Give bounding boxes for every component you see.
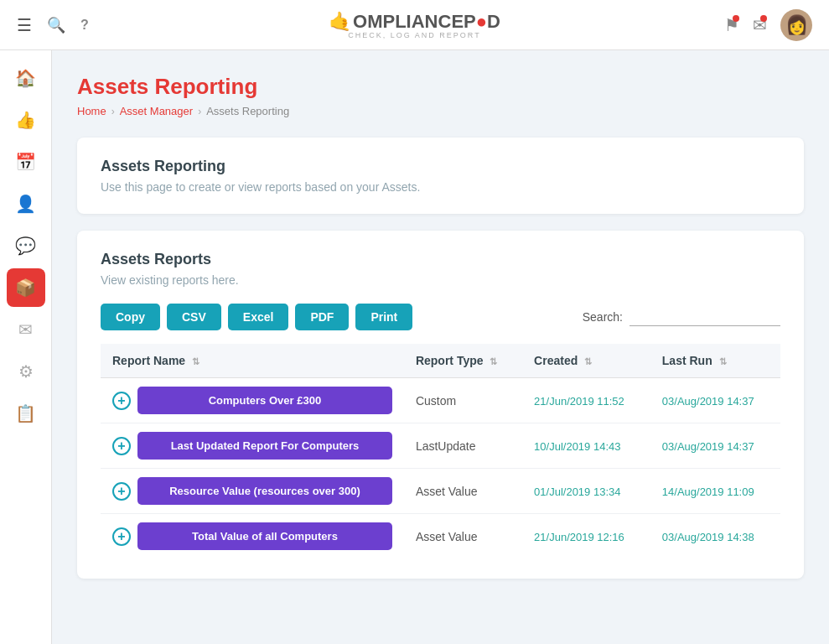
logo-hand-icon: 🤙 [329, 11, 351, 33]
hamburger-icon[interactable]: ☰ [17, 15, 32, 35]
pdf-button[interactable]: PDF [295, 304, 349, 330]
report-type-cell: Custom [404, 378, 522, 423]
table-section: Copy CSV Excel PDF Print Search: Report … [101, 304, 780, 558]
search-label: Search: [583, 310, 623, 324]
sidebar-item-like[interactable]: 👍 [7, 101, 45, 139]
expand-icon[interactable]: + [112, 482, 131, 501]
reports-table: Report Name ⇅ Report Type ⇅ Created ⇅ [101, 344, 780, 558]
report-type-value: Asset Value [416, 530, 478, 543]
reports-card: Assets Reports View existing reports her… [77, 231, 804, 579]
excel-button[interactable]: Excel [228, 304, 289, 330]
created-value: 10/Jul/2019 14:43 [534, 440, 620, 453]
user-avatar[interactable]: 👩 [780, 9, 812, 41]
report-type-cell: Asset Value [404, 469, 522, 514]
expand-icon[interactable]: + [112, 437, 131, 455]
page-title: Assets Reporting [77, 74, 804, 100]
sidebar-item-mail[interactable]: ✉ [7, 310, 45, 349]
search-area: Search: [583, 309, 780, 326]
created-cell: 10/Jul/2019 14:43 [522, 423, 650, 469]
sidebar-item-settings[interactable]: ⚙ [7, 352, 45, 391]
table-row: + Computers Over £300 Custom21/Jun/2019 … [101, 378, 780, 423]
sidebar-item-assets[interactable]: 📦 [7, 268, 45, 307]
reports-card-subtitle: View existing reports here. [101, 273, 780, 287]
sidebar-item-calendar[interactable]: 📅 [7, 143, 45, 181]
sort-arrows-created: ⇅ [584, 356, 592, 366]
table-header-row: Report Name ⇅ Report Type ⇅ Created ⇅ [101, 344, 780, 378]
lastrun-value: 03/Aug/2019 14:38 [662, 531, 754, 543]
sidebar: 🏠 👍 📅 👤 💬 📦 ✉ ⚙ 📋 [0, 50, 52, 644]
col-last-run: Last Run ⇅ [650, 344, 780, 378]
expand-icon[interactable]: + [112, 527, 131, 546]
lastrun-value: 03/Aug/2019 14:37 [662, 440, 754, 453]
col-report-name: Report Name ⇅ [101, 344, 404, 378]
logo-d: D [487, 11, 500, 33]
logo-p: P [464, 11, 476, 33]
logo-o: ● [476, 11, 487, 33]
created-cell: 21/Jun/2019 12:16 [522, 514, 650, 559]
sidebar-item-home[interactable]: 🏠 [7, 59, 45, 97]
app-logo: 🤙 OMPLIANCE P ● D CHECK, LOG AND REPORT [329, 11, 500, 39]
breadcrumb-chevron-1: › [111, 106, 115, 117]
print-button[interactable]: Print [355, 304, 412, 330]
search-input[interactable] [630, 309, 780, 326]
table-row: + Total Value of all Computers Asset Val… [101, 514, 780, 559]
table-row: + Resource Value (resources over 300) As… [101, 469, 780, 514]
report-type-value: Custom [416, 394, 456, 408]
report-name-button[interactable]: Total Value of all Computers [137, 522, 392, 550]
info-card-title: Assets Reporting [101, 158, 780, 175]
flag-icon[interactable]: ⚑ [724, 15, 739, 35]
sort-arrows-lastrun: ⇅ [719, 356, 727, 366]
breadcrumb-home[interactable]: Home [77, 105, 106, 117]
table-body: + Computers Over £300 Custom21/Jun/2019 … [101, 378, 780, 559]
lastrun-value: 03/Aug/2019 14:37 [662, 395, 754, 408]
sidebar-item-users[interactable]: 👤 [7, 184, 45, 223]
sort-arrows-type: ⇅ [490, 356, 497, 366]
copy-button[interactable]: Copy [101, 304, 160, 330]
report-type-value: Asset Value [416, 485, 478, 498]
created-value: 01/Jul/2019 13:34 [534, 486, 620, 498]
top-nav: ☰ 🔍 ? 🤙 OMPLIANCE P ● D CHECK, LOG AND R… [0, 0, 829, 50]
lastrun-value: 14/Aug/2019 11:09 [662, 486, 754, 498]
mail-icon[interactable]: ✉ [753, 15, 767, 35]
created-cell: 21/Jun/2019 11:52 [522, 378, 650, 423]
info-card-subtitle: Use this page to create or view reports … [101, 180, 780, 194]
csv-button[interactable]: CSV [167, 304, 221, 330]
lastrun-cell: 03/Aug/2019 14:38 [650, 514, 780, 559]
reports-card-title: Assets Reports [101, 251, 780, 268]
breadcrumb-asset-manager[interactable]: Asset Manager [120, 105, 193, 117]
table-row: + Last Updated Report For Computers Last… [101, 423, 780, 469]
lastrun-cell: 03/Aug/2019 14:37 [650, 378, 780, 423]
table-header: Report Name ⇅ Report Type ⇅ Created ⇅ [101, 344, 780, 378]
created-value: 21/Jun/2019 12:16 [534, 531, 624, 543]
sort-arrows-name: ⇅ [192, 356, 199, 366]
lastrun-cell: 03/Aug/2019 14:37 [650, 423, 780, 469]
col-created: Created ⇅ [522, 344, 650, 378]
sidebar-item-messages[interactable]: 💬 [7, 226, 45, 265]
main-content: Assets Reporting Home › Asset Manager › … [52, 50, 829, 644]
logo-tagline: CHECK, LOG AND REPORT [329, 31, 500, 39]
breadcrumb-chevron-2: › [198, 106, 201, 117]
report-type-value: LastUpdate [416, 439, 476, 453]
report-type-cell: Asset Value [404, 514, 522, 559]
col-report-type: Report Type ⇅ [404, 344, 522, 378]
search-icon[interactable]: 🔍 [47, 16, 65, 34]
help-icon[interactable]: ? [80, 18, 89, 33]
report-name-cell: + Computers Over £300 [101, 378, 404, 423]
report-name-cell: + Last Updated Report For Computers [101, 423, 404, 469]
logo-compliance: OMPLIANCE [353, 11, 464, 33]
info-card: Assets Reporting Use this page to create… [77, 138, 804, 214]
sidebar-item-reports[interactable]: 📋 [7, 394, 45, 433]
expand-icon[interactable]: + [112, 392, 131, 410]
report-name-button[interactable]: Last Updated Report For Computers [137, 432, 392, 460]
lastrun-cell: 14/Aug/2019 11:09 [650, 469, 780, 514]
report-name-button[interactable]: Resource Value (resources over 300) [137, 477, 392, 505]
nav-left: ☰ 🔍 ? [17, 15, 89, 35]
created-cell: 01/Jul/2019 13:34 [522, 469, 650, 514]
report-type-cell: LastUpdate [404, 423, 522, 469]
report-name-button[interactable]: Computers Over £300 [137, 387, 392, 414]
report-name-cell: + Total Value of all Computers [101, 514, 404, 559]
breadcrumb: Home › Asset Manager › Assets Reporting [77, 105, 804, 117]
table-controls: Copy CSV Excel PDF Print Search: [101, 304, 780, 330]
report-name-cell: + Resource Value (resources over 300) [101, 469, 404, 514]
nav-right: ⚑ ✉ 👩 [724, 9, 812, 41]
